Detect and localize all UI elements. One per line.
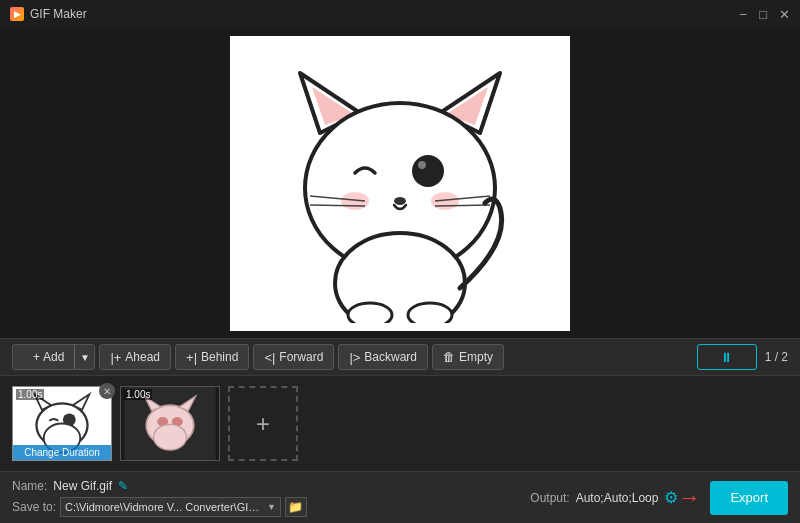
save-path-row: Save to: C:\Vidmore\Vidmore V... Convert… (12, 497, 470, 517)
add-frame-icon: + (256, 410, 270, 438)
pagination-area: ⏸ 1 / 2 (697, 344, 788, 370)
preview-area (0, 28, 800, 338)
toolbar: +Add ▼ |+ Ahead +| Behind <| Forward |> … (0, 338, 800, 376)
ahead-button[interactable]: |+ Ahead (99, 344, 171, 370)
svg-line-13 (435, 205, 490, 206)
title-bar-left: ▶ GIF Maker (10, 7, 87, 21)
svg-line-11 (310, 205, 365, 206)
page-info: 1 / 2 (765, 350, 788, 364)
name-row: Name: New Gif.gif ✎ (12, 479, 470, 493)
pause-button[interactable]: ⏸ (697, 344, 757, 370)
save-label: Save to: (12, 500, 56, 514)
footer-center: Output: Auto;Auto;Loop ⚙ (530, 488, 678, 507)
behind-icon: +| (186, 350, 197, 365)
app-title: GIF Maker (30, 7, 87, 21)
film-frame-1[interactable]: 1.00s ✕ Change Duration (12, 386, 112, 461)
save-path: C:\Vidmore\Vidmore V... Converter\GIF Ma… (65, 501, 265, 513)
ahead-icon: |+ (110, 350, 121, 365)
add-button[interactable]: +Add ▼ (12, 344, 95, 370)
output-label: Output: (530, 491, 569, 505)
maximize-button[interactable]: □ (759, 8, 767, 21)
pause-icon: ⏸ (720, 350, 733, 365)
filmstrip: 1.00s ✕ Change Duration 1.00s + (0, 376, 800, 471)
forward-button[interactable]: <| Forward (253, 344, 334, 370)
add-dropdown-arrow[interactable]: ▼ (74, 345, 94, 369)
frame-1-label[interactable]: Change Duration (13, 445, 111, 460)
frame-1-close[interactable]: ✕ (99, 383, 115, 399)
film-frame-2[interactable]: 1.00s (120, 386, 220, 461)
backward-icon: |> (349, 350, 360, 365)
save-path-dropdown[interactable]: C:\Vidmore\Vidmore V... Converter\GIF Ma… (60, 497, 281, 517)
empty-button[interactable]: 🗑 Empty (432, 344, 504, 370)
frame-2-duration: 1.00s (124, 389, 152, 400)
app-icon: ▶ (10, 7, 24, 21)
footer-left: Name: New Gif.gif ✎ Save to: C:\Vidmore\… (12, 479, 470, 517)
footer: Name: New Gif.gif ✎ Save to: C:\Vidmore\… (0, 471, 800, 523)
cat-illustration (250, 43, 550, 323)
title-bar: ▶ GIF Maker − □ ✕ (0, 0, 800, 28)
window-controls: − □ ✕ (740, 8, 790, 21)
behind-button[interactable]: +| Behind (175, 344, 249, 370)
svg-point-6 (418, 161, 426, 169)
forward-icon: <| (264, 350, 275, 365)
edit-icon[interactable]: ✎ (118, 479, 128, 493)
close-button[interactable]: ✕ (779, 8, 790, 21)
name-label: Name: (12, 479, 47, 493)
svg-point-7 (394, 197, 406, 205)
svg-point-5 (412, 155, 444, 187)
arrow-right-icon: → (678, 485, 700, 511)
dropdown-arrow-icon: ▼ (267, 502, 276, 512)
footer-right: → Export (678, 481, 788, 515)
svg-point-16 (408, 303, 452, 323)
folder-button[interactable]: 📁 (285, 497, 307, 517)
minimize-button[interactable]: − (740, 8, 748, 21)
svg-point-15 (348, 303, 392, 323)
trash-icon: 🗑 (443, 350, 455, 364)
add-label: +Add (23, 350, 70, 364)
preview-image (230, 36, 570, 331)
backward-button[interactable]: |> Backward (338, 344, 428, 370)
name-value: New Gif.gif (53, 479, 112, 493)
svg-point-29 (154, 424, 187, 450)
export-button[interactable]: Export (710, 481, 788, 515)
frame-1-duration: 1.00s (16, 389, 44, 400)
folder-icon: 📁 (288, 500, 303, 514)
settings-gear-icon[interactable]: ⚙ (664, 488, 678, 507)
output-value: Auto;Auto;Loop (576, 491, 659, 505)
add-frame-button[interactable]: + (228, 386, 298, 461)
